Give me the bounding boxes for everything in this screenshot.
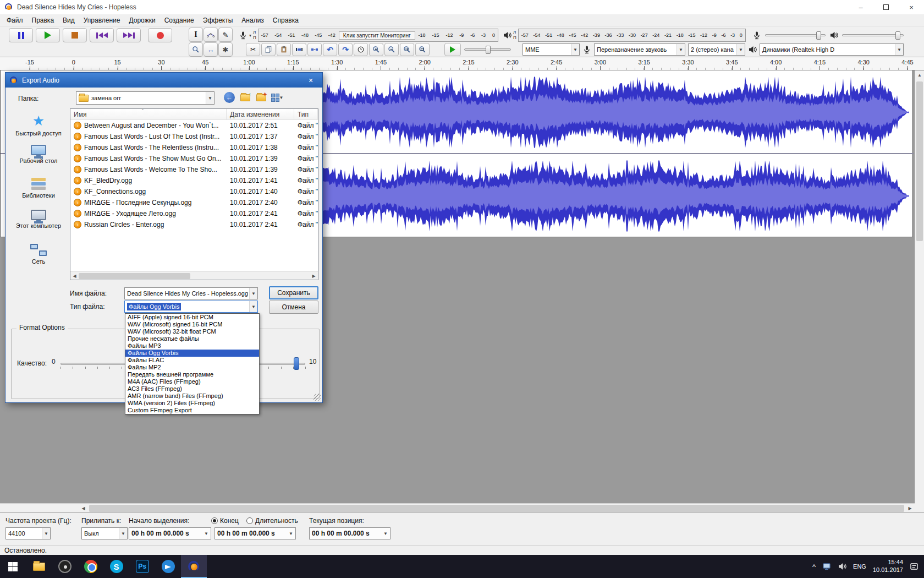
file-row[interactable]: ♪MIRΔGE - Последние Секунды.ogg10.01.201… (70, 197, 318, 208)
file-list-hscrollbar[interactable]: ◀ ▶ (70, 271, 318, 280)
radio-duration[interactable]: Длительность (246, 517, 298, 525)
fit-project-button[interactable] (415, 43, 430, 56)
place-network[interactable]: Сеть (10, 244, 67, 265)
current-position-field[interactable]: 00 h 00 m 00.000 s▼ (309, 527, 391, 539)
dialog-resize-grip[interactable] (314, 394, 321, 401)
new-folder-button[interactable]: ✦ (255, 91, 267, 103)
volume-icon[interactable] (838, 562, 846, 571)
filetype-option[interactable]: AC3 Files (FFmpeg) (125, 385, 259, 392)
copy-button[interactable] (261, 43, 276, 56)
playback-volume-thumb[interactable] (895, 31, 900, 40)
pause-button[interactable] (9, 28, 33, 42)
filetype-option[interactable]: Передать внешней программе (125, 371, 259, 378)
views-button[interactable]: ▼ (271, 91, 283, 103)
scroll-right-arrow[interactable]: ▶ (905, 504, 915, 513)
sync-lock-button[interactable] (354, 43, 368, 56)
folder-select[interactable]: замена огг ▼ (76, 91, 215, 105)
radio-duration-icon[interactable] (246, 517, 253, 524)
menu-item-2[interactable]: Вид (58, 15, 79, 26)
snap-select[interactable]: Выкл▼ (81, 527, 128, 539)
menu-item-3[interactable]: Управление (79, 15, 125, 26)
maximize-button[interactable] (873, 0, 899, 14)
filetype-option[interactable]: Файлы Ogg Vorbis (125, 350, 259, 357)
redo-button[interactable]: ↷ (338, 43, 353, 56)
back-button[interactable]: ← (223, 91, 235, 103)
taskbar-clock[interactable]: 15:4410.01.2017 (873, 559, 903, 574)
language-indicator[interactable]: ENG (853, 563, 866, 570)
cancel-button[interactable]: Отмена (269, 301, 318, 314)
filetype-option[interactable]: Прочие несжатые файлы (125, 335, 259, 342)
play-speed-thumb[interactable] (486, 46, 491, 54)
filetype-option[interactable]: AIFF (Apple) signed 16-bit PCM (125, 314, 259, 321)
notification-center-icon[interactable] (910, 562, 919, 571)
chevron-down-icon[interactable]: ▼ (383, 531, 388, 536)
file-row[interactable]: ♪Famous Last Words - The Relentless (Ins… (70, 142, 318, 153)
scroll-left-arrow[interactable]: ◀ (79, 504, 88, 513)
file-row[interactable]: ♪Famous Last Words - Welcome To The Sho.… (70, 164, 318, 175)
trim-button[interactable] (292, 43, 306, 56)
playback-volume-slider[interactable] (842, 34, 904, 36)
play-button[interactable] (36, 28, 60, 42)
radio-end[interactable]: Конец (211, 517, 239, 525)
timeshift-tool-button[interactable]: ↔ (204, 42, 218, 57)
timeline-ruler[interactable]: -1501530451:001:151:301:452:002:152:302:… (0, 57, 924, 70)
file-list-scroll-thumb[interactable] (79, 273, 190, 279)
filetype-option[interactable]: Файлы MP3 (125, 342, 259, 350)
recording-device-select[interactable]: Переназначение звуковь▼ (594, 43, 685, 56)
menu-item-6[interactable]: Эффекты (199, 15, 238, 26)
file-row[interactable]: ♪MIRΔGE - Уходящее Лето.ogg10.01.2017 2:… (70, 208, 318, 219)
playback-device-select[interactable]: Динамики (Realtek High D▼ (760, 43, 904, 56)
selection-start-field[interactable]: 00 h 00 m 00.000 s▼ (129, 527, 211, 539)
recording-volume-slider[interactable] (765, 34, 826, 36)
taskbar-skype[interactable]: S (103, 555, 129, 578)
column-name[interactable]: Имя (70, 109, 227, 119)
quality-slider-thumb[interactable] (294, 357, 299, 370)
filename-input[interactable]: Dead Silence Hides My Cries - Hopeless.o… (124, 287, 258, 299)
menu-item-4[interactable]: Дорожки (125, 15, 160, 26)
vertical-scroll-thumb[interactable] (916, 81, 923, 241)
multi-tool-button[interactable]: ✱ (218, 42, 233, 57)
filetype-option[interactable]: Файлы MP2 (125, 364, 259, 371)
fit-selection-button[interactable] (400, 43, 414, 56)
filetype-option[interactable]: WMA (version 2) Files (FFmpeg) (125, 400, 259, 407)
audio-host-select[interactable]: MME▼ (522, 43, 580, 56)
skip-end-button[interactable] (117, 28, 141, 42)
draw-tool-button[interactable]: ✎ (218, 28, 233, 42)
file-row[interactable]: ♪Famous Last Words - The Show Must Go On… (70, 153, 318, 164)
file-row[interactable]: ♪KF_BledDry.ogg10.01.2017 1:41Файл "OG (70, 175, 318, 186)
place-this-pc[interactable]: Этот компьютер (10, 210, 67, 229)
silence-button[interactable] (307, 43, 322, 56)
filetype-option[interactable]: Файлы FLAC (125, 357, 259, 364)
menu-item-5[interactable]: Создание (160, 15, 199, 26)
network-icon[interactable] (822, 562, 831, 571)
dialog-close-button[interactable]: × (303, 76, 318, 85)
dialog-titlebar[interactable]: Export Audio × (6, 73, 322, 88)
scroll-up-arrow[interactable]: ▲ (915, 70, 924, 80)
playback-meter[interactable]: -57-54-51-48-45-42-39-36-33-30-27-24-21-… (518, 29, 746, 42)
taskbar-chrome[interactable] (78, 555, 103, 578)
selection-end-field[interactable]: 00 h 00 m 00.000 s▼ (215, 527, 296, 539)
place-quick-access[interactable]: ★Быстрый доступ (10, 114, 67, 137)
horizontal-scroll-thumb[interactable] (89, 505, 904, 512)
paste-button[interactable] (277, 43, 291, 56)
recording-meter[interactable]: -57-54-51-48-45-42 Клик запустит Монитор… (258, 29, 498, 42)
taskbar-app-blue[interactable] (155, 555, 181, 578)
minimize-button[interactable]: – (848, 0, 873, 14)
chevron-down-icon[interactable]: ▼ (204, 531, 208, 536)
file-row[interactable]: ♪Between August and December - You Won`t… (70, 120, 318, 131)
zoom-tool-button[interactable] (189, 42, 203, 57)
envelope-tool-button[interactable] (204, 28, 218, 42)
zoom-in-button[interactable] (369, 43, 383, 56)
recording-volume-thumb[interactable] (816, 31, 821, 40)
menu-item-0[interactable]: Файл (2, 15, 28, 26)
cut-button[interactable]: ✂ (246, 43, 260, 56)
menu-item-1[interactable]: Правка (28, 15, 59, 26)
vertical-scrollbar[interactable]: ▲ (915, 70, 924, 503)
meter-dropdown-arrow-icon[interactable]: ▾ (249, 33, 251, 38)
taskbar-app-record[interactable] (52, 555, 78, 578)
scroll-left-arrow[interactable]: ◀ (70, 274, 79, 279)
recording-channels-select[interactable]: 2 (стерео) кана▼ (688, 43, 745, 56)
scroll-right-arrow[interactable]: ▶ (310, 274, 318, 279)
file-row[interactable]: ♪Russian Circles - Enter.ogg10.01.2017 2… (70, 219, 318, 230)
taskbar-photoshop[interactable]: Ps (129, 555, 155, 578)
